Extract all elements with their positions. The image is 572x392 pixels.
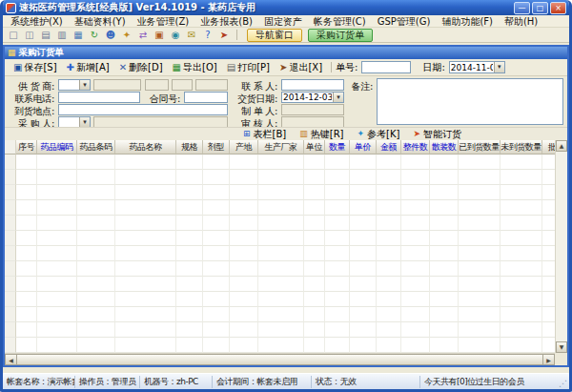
horizontal-scroll-thumb[interactable] — [17, 354, 542, 365]
windows-icon[interactable]: □ — [6, 29, 21, 42]
cascade-windows-icon[interactable]: ◫ — [22, 29, 37, 42]
delete-button[interactable]: ✕删除[D] — [114, 60, 168, 75]
vertical-scrollbar[interactable]: ▲ ▼ — [555, 140, 567, 353]
hotkeys-button[interactable]: ▥热键[R] — [299, 128, 343, 141]
order-date-spinner[interactable]: ▾ — [494, 62, 504, 72]
table-row[interactable] — [5, 338, 555, 353]
column-header-8[interactable]: 生产厂家 — [258, 140, 304, 155]
menu-item-2[interactable]: 基础资料(Y) — [69, 15, 132, 28]
column-header-10[interactable]: 数量 — [325, 140, 350, 155]
print-icon: ▤ — [227, 63, 235, 72]
column-header-13[interactable]: 整件数 — [401, 140, 430, 155]
purchaser-code-input[interactable] — [59, 117, 79, 127]
resize-grip[interactable]: ⋰ — [559, 380, 567, 388]
form-action-buttons: ⊞表栏[B]▥热键[R]✦参考[K]➤智能订货 — [5, 127, 567, 140]
user-icon[interactable]: ☻ — [103, 29, 118, 42]
message-icon[interactable]: ✉ — [184, 29, 199, 42]
minimize-button[interactable]: — — [514, 2, 530, 14]
backup-icon[interactable]: ◉ — [168, 29, 183, 42]
delivery-place-input[interactable] — [58, 104, 228, 115]
delivery-date-field[interactable]: ▾ — [281, 92, 344, 103]
navigation-window-icon[interactable]: ▦ — [71, 29, 86, 42]
columns-button[interactable]: ⊞表栏[B] — [243, 128, 286, 141]
save-button[interactable]: ▣保存[S] — [9, 60, 62, 75]
menu-item-1[interactable]: 系统维护(X) — [5, 15, 69, 28]
menu-item-4[interactable]: 业务报表(B) — [194, 15, 258, 28]
tile-horizontal-icon[interactable]: ▤ — [38, 29, 53, 42]
table-row[interactable] — [5, 231, 555, 246]
column-header-15[interactable]: 已到货数量 — [459, 140, 500, 155]
navigation-window-button[interactable]: 导航窗口 — [247, 29, 302, 42]
purchaser-dropdown-icon[interactable]: ▾ — [79, 117, 90, 127]
export-button[interactable]: ▦导出[O] — [168, 60, 222, 75]
data-exchange-icon[interactable]: ⇄ — [135, 29, 151, 42]
menu-item-5[interactable]: 固定资产 — [258, 15, 308, 28]
column-header-6[interactable]: 剂型 — [203, 140, 230, 155]
table-row[interactable] — [5, 322, 555, 338]
supplier-code-input[interactable] — [59, 80, 79, 90]
scroll-down-button[interactable]: ▼ — [556, 341, 567, 353]
scroll-up-button[interactable]: ▲ — [556, 140, 567, 152]
reference-button[interactable]: ✦参考[K] — [358, 128, 400, 141]
contract-no-input[interactable] — [184, 92, 228, 103]
menu-item-3[interactable]: 业务管理(Z) — [132, 15, 195, 28]
delivery-date-spinner[interactable]: ▾ — [333, 93, 343, 102]
menu-item-7[interactable]: GSP管理(G) — [372, 15, 437, 28]
table-row[interactable] — [5, 170, 555, 185]
table-row[interactable] — [5, 216, 555, 231]
horizontal-scrollbar[interactable]: ◀ ▶ — [5, 353, 555, 365]
close-button[interactable]: × — [550, 2, 566, 14]
table-row[interactable] — [5, 246, 555, 261]
status-item-6: 今天共有[0]位过生日的会员 — [420, 376, 569, 388]
help-icon[interactable]: ? — [200, 29, 215, 42]
purchase-order-tab[interactable]: 采购订货单 — [308, 29, 373, 42]
column-header-3[interactable]: 药品条码 — [77, 140, 115, 155]
table-row[interactable] — [5, 307, 555, 322]
maximize-button[interactable]: □ — [532, 2, 548, 14]
table-row[interactable] — [5, 277, 555, 292]
exit-icon[interactable]: ➤ — [216, 29, 232, 42]
exit-button[interactable]: ➤退出[X] — [275, 60, 327, 75]
contact-phone-input[interactable] — [58, 92, 140, 103]
column-header-5[interactable]: 规格 — [176, 140, 203, 155]
calculator-icon[interactable]: ▣ — [152, 29, 167, 42]
smart-order-button[interactable]: ➤智能订货 — [413, 128, 461, 141]
doc-no-input[interactable] — [361, 61, 411, 73]
print-button[interactable]: ▤打印[P] — [222, 60, 275, 75]
menu-item-6[interactable]: 帐务管理(C) — [308, 15, 372, 28]
form-icon: ▦ — [8, 49, 16, 57]
column-header-17[interactable]: 批号 — [542, 140, 555, 155]
column-header-1[interactable]: 序号 — [16, 140, 37, 155]
table-row[interactable] — [5, 155, 555, 170]
column-header-7[interactable]: 产地 — [230, 140, 258, 155]
menu-item-8[interactable]: 辅助功能(F) — [436, 15, 499, 28]
column-header-4[interactable]: 药品名称 — [115, 140, 176, 155]
table-row[interactable] — [5, 292, 555, 307]
contact-person-input[interactable] — [281, 79, 344, 91]
supplier-dropdown-icon[interactable]: ▾ — [79, 80, 90, 90]
add-button[interactable]: ✚新增[A] — [62, 60, 114, 75]
delivery-date-input[interactable] — [282, 93, 333, 102]
table-row[interactable] — [5, 185, 555, 200]
date-label: 日期: — [422, 61, 444, 74]
scroll-right-button[interactable]: ▶ — [542, 354, 555, 365]
tile-vertical-icon[interactable]: ▥ — [54, 29, 70, 42]
remark-textarea[interactable] — [377, 78, 563, 125]
search-icon[interactable]: ✦ — [119, 29, 134, 42]
column-header-11[interactable]: 单价 — [350, 140, 377, 155]
table-row[interactable] — [5, 200, 555, 216]
column-header-9[interactable]: 单位 — [304, 140, 325, 155]
scroll-left-button[interactable]: ◀ — [5, 354, 17, 365]
refresh-icon[interactable]: ↻ — [87, 29, 102, 42]
menu-item-9[interactable]: 帮助(H) — [499, 15, 543, 28]
app-icon — [6, 3, 16, 13]
order-date-field[interactable]: ▾ — [449, 61, 505, 73]
delivery-date-label: 交货日期: — [234, 93, 277, 106]
supplier-combo[interactable]: ▾ — [58, 79, 91, 91]
column-header-12[interactable]: 金额 — [377, 140, 401, 155]
column-header-14[interactable]: 散装数 — [430, 140, 459, 155]
order-date-input[interactable] — [450, 63, 494, 72]
column-header-16[interactable]: 未到货数量 — [500, 140, 542, 155]
column-header-2[interactable]: 药品编码 — [37, 140, 77, 155]
table-row[interactable] — [5, 261, 555, 277]
